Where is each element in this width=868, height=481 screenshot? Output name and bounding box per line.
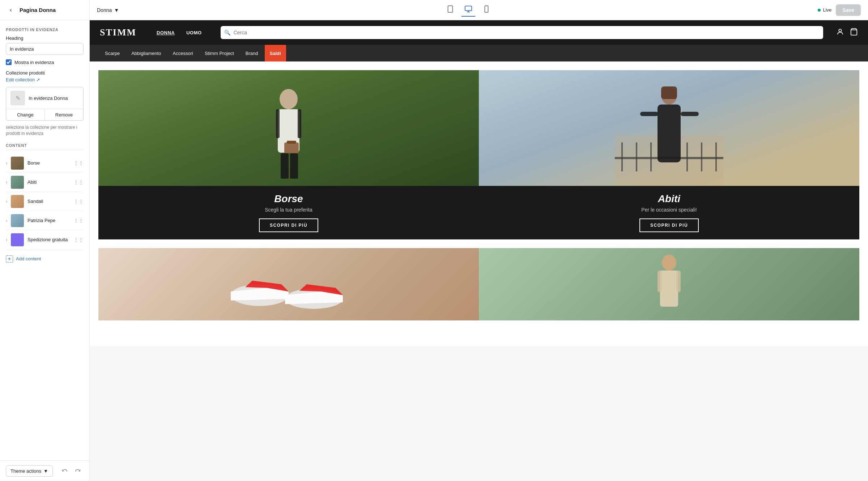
borse-cta-button[interactable]: SCOPRI DI PIÙ (259, 218, 318, 232)
abiti-title: Abiti (486, 193, 852, 205)
save-button[interactable]: Save (836, 4, 861, 16)
live-label: Live (823, 7, 831, 13)
page-name: Donna (97, 7, 112, 13)
spedizione-thumb (11, 233, 24, 246)
shoes-card (98, 248, 479, 320)
list-item[interactable]: › Spedizione gratuita ⋮⋮ (6, 230, 84, 250)
helper-text: seleziona la collezione per mostrare i p… (6, 124, 84, 137)
theme-actions-label: Theme actions (10, 468, 41, 474)
svg-rect-14 (281, 153, 289, 179)
cat-saldi[interactable]: Saldi (265, 45, 286, 61)
svg-rect-41 (676, 271, 681, 292)
drag-handle-icon[interactable]: ⋮⋮ (73, 179, 84, 185)
drag-handle-icon[interactable]: ⋮⋮ (73, 199, 84, 204)
tablet-viewport-button[interactable] (443, 4, 457, 16)
collection-card: ✎ In evidenza Donna Change Remove (6, 87, 84, 121)
nav-link-uomo[interactable]: UOMO (180, 30, 207, 35)
sidebar-header: ‹ Pagina Donna (0, 0, 89, 20)
preview-area: STIMM DONNA UOMO 🔍 (90, 20, 868, 481)
list-item[interactable]: › Patrizia Pepe ⋮⋮ (6, 211, 84, 230)
patrizia-thumb (11, 214, 24, 227)
content-list: › Borse ⋮⋮ › Abiti ⋮⋮ › Sandali ⋮⋮ › (6, 154, 84, 250)
borse-name: Borse (27, 160, 70, 166)
spedizione-name: Spedizione gratuita (27, 237, 70, 242)
cat-scarpe[interactable]: Scarpe (100, 45, 125, 61)
add-content-label: Add content (16, 256, 41, 261)
svg-rect-12 (276, 109, 280, 138)
cat-abbigliamento[interactable]: Abbigliamento (126, 45, 166, 61)
svg-rect-31 (661, 86, 677, 99)
edit-collection-link[interactable]: Edit collection ➚ (6, 77, 84, 82)
top-bar: Donna ▼ Li (90, 0, 868, 20)
cat-brand[interactable]: Brand (241, 45, 263, 61)
sidebar: ‹ Pagina Donna PRODOTTI IN EVIDENZA Head… (0, 0, 90, 481)
drag-handle-icon[interactable]: ⋮⋮ (73, 237, 84, 243)
sandali-name: Sandali (27, 199, 70, 204)
page-selector[interactable]: Donna ▼ (97, 7, 119, 13)
cat-stimm-project[interactable]: Stimm Project (200, 45, 239, 61)
store-icons (836, 28, 858, 38)
sidebar-content: PRODOTTI IN EVIDENZA Heading Mostra in e… (0, 20, 89, 460)
cart-icon[interactable] (850, 28, 858, 38)
svg-rect-28 (658, 105, 681, 162)
remove-button[interactable]: Remove (45, 109, 83, 120)
chevron-down-icon: ▼ (43, 468, 48, 474)
svg-rect-13 (298, 109, 301, 138)
image-placeholder-icon: ✎ (16, 95, 20, 102)
svg-rect-5 (485, 6, 488, 12)
store-nav-top: STIMM DONNA UOMO 🔍 (90, 20, 868, 45)
undo-button[interactable] (59, 465, 71, 477)
sidebar-footer: Theme actions ▼ (0, 460, 89, 481)
nav-link-donna[interactable]: DONNA (151, 30, 180, 35)
heading-label: Heading (6, 35, 84, 41)
live-dot (818, 9, 821, 12)
chevron-right-icon: › (6, 199, 7, 204)
change-button[interactable]: Change (6, 109, 45, 120)
dress-card (479, 248, 859, 320)
list-item[interactable]: › Borse ⋮⋮ (6, 154, 84, 173)
desktop-viewport-button[interactable] (461, 3, 475, 17)
user-icon[interactable] (836, 28, 844, 38)
mostra-checkbox[interactable] (6, 59, 12, 65)
abiti-cta-button[interactable]: SCOPRI DI PIÙ (639, 218, 699, 232)
back-button[interactable]: ‹ (6, 5, 16, 15)
cat-accessori[interactable]: Accessori (168, 45, 198, 61)
store-nav-bottom: Scarpe Abbigliamento Accessori Stimm Pro… (90, 45, 868, 61)
redo-button[interactable] (72, 465, 84, 477)
borse-subtitle: Scegli la tua preferita (106, 207, 472, 213)
chevron-right-icon: › (6, 161, 7, 166)
borse-title: Borse (106, 193, 472, 205)
list-item[interactable]: › Abiti ⋮⋮ (6, 173, 84, 192)
abiti-thumb (11, 176, 24, 189)
svg-rect-16 (284, 142, 299, 153)
svg-rect-0 (448, 6, 453, 12)
patrizia-name: Patrizia Pepe (27, 218, 70, 223)
footer-icon-buttons (59, 465, 84, 477)
add-content-button[interactable]: + Add content (6, 254, 41, 264)
collection-thumb: ✎ (10, 91, 25, 105)
store-preview: STIMM DONNA UOMO 🔍 (90, 20, 868, 346)
prodotti-section-label: PRODOTTI IN EVIDENZA (6, 27, 84, 32)
borse-card: Borse Scegli la tua preferita SCOPRI DI … (98, 70, 479, 239)
content-grid: Borse Scegli la tua preferita SCOPRI DI … (98, 70, 859, 239)
svg-rect-39 (660, 271, 678, 307)
collection-name: In evidenza Donna (29, 95, 68, 101)
mostra-checkbox-row: Mostra in evidenza (6, 59, 84, 65)
store-search-area: 🔍 (221, 26, 823, 39)
drag-handle-icon[interactable]: ⋮⋮ (73, 160, 84, 166)
svg-rect-40 (658, 271, 662, 292)
theme-actions-button[interactable]: Theme actions ▼ (6, 465, 53, 477)
borse-thumb (11, 157, 24, 170)
store-search-input[interactable] (221, 26, 823, 39)
list-item[interactable]: › Sandali ⋮⋮ (6, 192, 84, 211)
mobile-viewport-button[interactable] (480, 4, 493, 16)
heading-input[interactable] (6, 43, 84, 55)
svg-point-10 (280, 89, 298, 109)
external-link-icon: ➚ (36, 77, 40, 82)
mostra-label: Mostra in evidenza (14, 60, 54, 65)
svg-rect-30 (681, 112, 699, 116)
store-logo: STIMM (100, 27, 136, 38)
drag-handle-icon[interactable]: ⋮⋮ (73, 218, 84, 224)
content-section-label: CONTENT (6, 143, 84, 150)
sandali-thumb (11, 195, 24, 208)
